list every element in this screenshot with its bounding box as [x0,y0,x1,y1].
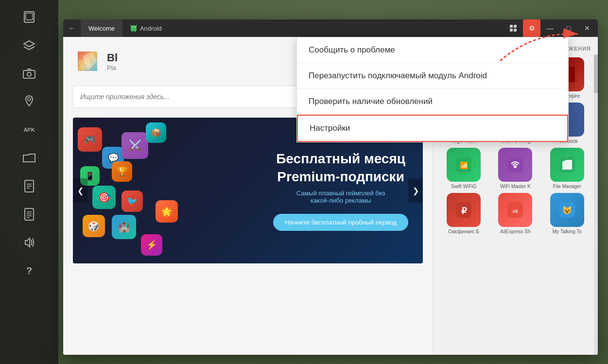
sidebar-icon-document2[interactable] [17,202,41,226]
tab-android[interactable]: Android [122,19,170,37]
sidebar-icon-folder[interactable] [17,146,41,170]
settings-button[interactable]: ⚙ [523,19,540,37]
banner-icon-11: 📦 [146,122,166,143]
scroll-thumb[interactable] [594,54,598,93]
bluestacks-logo [73,47,102,76]
close-button[interactable]: ✕ [578,19,596,37]
svg-rect-9 [25,208,34,220]
back-button[interactable]: ← [63,19,81,37]
sidebar-icon-document[interactable] [17,174,41,198]
banner-icon-5: 🏆 [112,161,132,182]
banner-icon-1: 🎮 [78,127,102,152]
sidebar-icon-volume[interactable] [17,230,41,255]
sidebar-icon-camera[interactable] [17,61,41,86]
app-name-wifi-master: WiFi Master K [500,184,531,189]
banner-text: Бесплатный месяц Premium-подписки Самый … [259,136,423,245]
left-sidebar: APK ? [0,0,58,364]
app-item-file-manager[interactable]: File Manager [543,148,591,189]
dropdown-item-restart-android[interactable]: Перезапустить подключаемый модуль Androi… [297,63,568,89]
restore-button[interactable]: □ [560,19,577,37]
app-name-file-manager: File Manager [553,184,581,189]
dropdown-item-check-updates[interactable]: Проверить наличие обновлений [297,89,568,115]
banner-icons: 🎮 💬 📱 ⚔️ 🏆 🎯 🐦 🎲 🏰 ⚡ 📦 🌟 [73,118,194,263]
app-item-swift-wifi[interactable]: 📶Swift WiFiG [440,148,487,189]
svg-point-14 [132,26,133,27]
banner-icon-6: 🎯 [92,186,116,209]
dropdown-item-report-problem[interactable]: Сообщить о проблеме [297,37,568,63]
app-icon-smsfinance: ₽ [447,193,481,227]
banner-nav-left[interactable]: ❮ [73,178,87,203]
app-item-smsfinance[interactable]: ₽Смсфинанс Б [440,193,487,234]
sidebar-icon-location[interactable] [17,89,41,114]
app-icon-aliexpress: Ali [498,193,532,227]
brand-name-pl: Pla [107,64,118,71]
app-name-smsfinance: Смсфинанс Б [448,229,479,234]
svg-text:₽: ₽ [461,206,467,216]
app-item-wifi-master[interactable]: WiFi Master K [491,148,539,189]
sidebar-icon-tablet[interactable] [17,5,41,29]
banner-icon-4: ⚔️ [122,132,148,159]
sidebar-icon-layers[interactable] [17,33,41,57]
dropdown-menu: Сообщить о проблемеПерезапустить подключ… [296,37,569,142]
banner-icon-10: ⚡ [141,234,162,256]
app-item-my-talking[interactable]: 😺My Talking To [543,193,591,234]
dropdown-item-settings[interactable]: Настройки [297,115,568,142]
app-icon-my-talking: 😺 [550,193,584,227]
svg-rect-16 [132,31,133,32]
svg-rect-37 [507,157,523,173]
app-name-swift-wifi: Swift WiFiG [451,184,476,189]
grid-button[interactable] [504,19,522,37]
tab-welcome[interactable]: Welcome [81,19,122,37]
minimize-button[interactable]: — [541,19,559,37]
svg-rect-2 [23,70,35,78]
svg-point-38 [514,165,517,168]
scroll-track[interactable] [594,54,598,355]
app-name-my-talking: My Talking To [553,229,582,234]
svg-text:😺: 😺 [562,206,572,215]
svg-text:📶: 📶 [460,161,469,170]
banner-cta-button[interactable]: Начните бесплатный пробный период [273,214,408,231]
banner-icon-7: 🐦 [122,191,143,212]
banner-icon-12: 🌟 [156,200,178,223]
svg-point-3 [27,72,31,76]
svg-point-4 [28,98,31,101]
app-icon-file-manager [550,148,584,182]
svg-point-15 [134,26,135,27]
app-icon-swift-wifi: 📶 [447,148,481,182]
brand-name-b: Bl [107,52,118,64]
banner-icon-9: 🏰 [112,215,136,239]
banner-icon-8: 🎲 [83,215,105,237]
app-item-aliexpress[interactable]: AliAliExpress Sh [491,193,539,234]
bluestacks-window: ← Welcome Android ⚙ [63,19,598,355]
title-bar: ← Welcome Android ⚙ [63,19,598,37]
svg-text:Ali: Ali [513,209,519,214]
svg-rect-1 [26,13,33,20]
svg-rect-17 [135,31,136,32]
app-name-aliexpress: AliExpress Sh [500,229,530,234]
android-icon [130,24,137,32]
app-icon-wifi-master [498,148,532,182]
title-bar-controls: ⚙ — □ ✕ [504,19,598,37]
sidebar-icon-apk[interactable]: APK [17,118,41,142]
sidebar-icon-help[interactable]: ? [17,259,41,283]
